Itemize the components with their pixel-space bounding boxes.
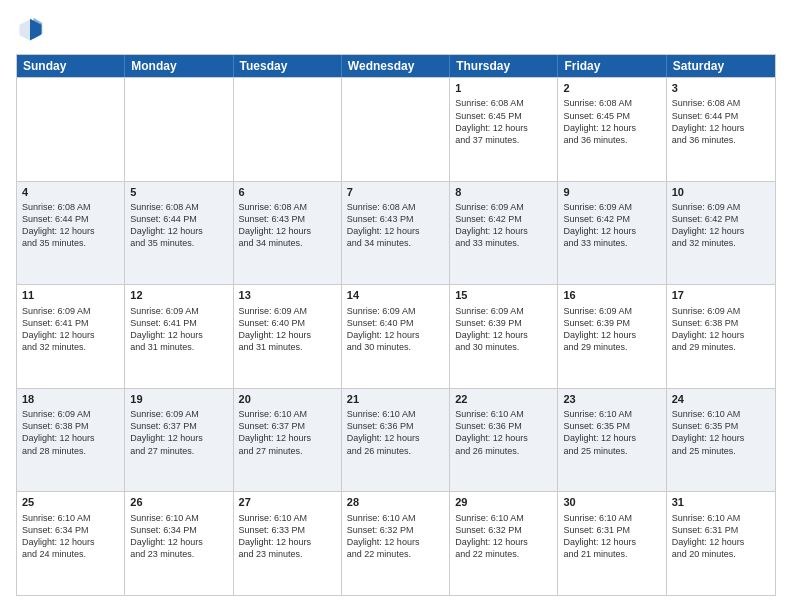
header-day-monday: Monday — [125, 55, 233, 77]
day-cell-25: 25Sunrise: 6:10 AM Sunset: 6:34 PM Dayli… — [17, 492, 125, 595]
day-number: 1 — [455, 81, 552, 96]
day-number: 12 — [130, 288, 227, 303]
header-day-thursday: Thursday — [450, 55, 558, 77]
day-info: Sunrise: 6:10 AM Sunset: 6:31 PM Dayligh… — [672, 512, 770, 561]
day-info: Sunrise: 6:09 AM Sunset: 6:42 PM Dayligh… — [563, 201, 660, 250]
day-info: Sunrise: 6:09 AM Sunset: 6:40 PM Dayligh… — [239, 305, 336, 354]
logo — [16, 16, 48, 44]
day-info: Sunrise: 6:08 AM Sunset: 6:44 PM Dayligh… — [22, 201, 119, 250]
empty-cell — [234, 78, 342, 181]
cal-row-2: 11Sunrise: 6:09 AM Sunset: 6:41 PM Dayli… — [17, 284, 775, 388]
cal-row-3: 18Sunrise: 6:09 AM Sunset: 6:38 PM Dayli… — [17, 388, 775, 492]
day-number: 23 — [563, 392, 660, 407]
header-day-sunday: Sunday — [17, 55, 125, 77]
day-cell-5: 5Sunrise: 6:08 AM Sunset: 6:44 PM Daylig… — [125, 182, 233, 285]
day-cell-22: 22Sunrise: 6:10 AM Sunset: 6:36 PM Dayli… — [450, 389, 558, 492]
day-cell-27: 27Sunrise: 6:10 AM Sunset: 6:33 PM Dayli… — [234, 492, 342, 595]
day-info: Sunrise: 6:09 AM Sunset: 6:41 PM Dayligh… — [22, 305, 119, 354]
day-info: Sunrise: 6:10 AM Sunset: 6:32 PM Dayligh… — [347, 512, 444, 561]
day-number: 9 — [563, 185, 660, 200]
day-number: 11 — [22, 288, 119, 303]
day-number: 7 — [347, 185, 444, 200]
day-cell-9: 9Sunrise: 6:09 AM Sunset: 6:42 PM Daylig… — [558, 182, 666, 285]
day-cell-20: 20Sunrise: 6:10 AM Sunset: 6:37 PM Dayli… — [234, 389, 342, 492]
day-info: Sunrise: 6:10 AM Sunset: 6:32 PM Dayligh… — [455, 512, 552, 561]
day-number: 30 — [563, 495, 660, 510]
day-number: 31 — [672, 495, 770, 510]
logo-icon — [16, 16, 44, 44]
day-cell-24: 24Sunrise: 6:10 AM Sunset: 6:35 PM Dayli… — [667, 389, 775, 492]
day-cell-16: 16Sunrise: 6:09 AM Sunset: 6:39 PM Dayli… — [558, 285, 666, 388]
day-info: Sunrise: 6:09 AM Sunset: 6:42 PM Dayligh… — [672, 201, 770, 250]
day-info: Sunrise: 6:10 AM Sunset: 6:35 PM Dayligh… — [563, 408, 660, 457]
cal-row-4: 25Sunrise: 6:10 AM Sunset: 6:34 PM Dayli… — [17, 491, 775, 595]
day-info: Sunrise: 6:08 AM Sunset: 6:44 PM Dayligh… — [130, 201, 227, 250]
day-info: Sunrise: 6:10 AM Sunset: 6:37 PM Dayligh… — [239, 408, 336, 457]
day-info: Sunrise: 6:10 AM Sunset: 6:33 PM Dayligh… — [239, 512, 336, 561]
day-cell-14: 14Sunrise: 6:09 AM Sunset: 6:40 PM Dayli… — [342, 285, 450, 388]
header-day-saturday: Saturday — [667, 55, 775, 77]
day-cell-21: 21Sunrise: 6:10 AM Sunset: 6:36 PM Dayli… — [342, 389, 450, 492]
day-cell-17: 17Sunrise: 6:09 AM Sunset: 6:38 PM Dayli… — [667, 285, 775, 388]
day-info: Sunrise: 6:08 AM Sunset: 6:43 PM Dayligh… — [347, 201, 444, 250]
day-cell-3: 3Sunrise: 6:08 AM Sunset: 6:44 PM Daylig… — [667, 78, 775, 181]
day-info: Sunrise: 6:10 AM Sunset: 6:35 PM Dayligh… — [672, 408, 770, 457]
day-number: 2 — [563, 81, 660, 96]
day-number: 16 — [563, 288, 660, 303]
empty-cell — [17, 78, 125, 181]
day-info: Sunrise: 6:09 AM Sunset: 6:39 PM Dayligh… — [563, 305, 660, 354]
cal-row-1: 4Sunrise: 6:08 AM Sunset: 6:44 PM Daylig… — [17, 181, 775, 285]
day-number: 26 — [130, 495, 227, 510]
day-cell-8: 8Sunrise: 6:09 AM Sunset: 6:42 PM Daylig… — [450, 182, 558, 285]
day-cell-6: 6Sunrise: 6:08 AM Sunset: 6:43 PM Daylig… — [234, 182, 342, 285]
header-day-friday: Friday — [558, 55, 666, 77]
day-cell-26: 26Sunrise: 6:10 AM Sunset: 6:34 PM Dayli… — [125, 492, 233, 595]
day-number: 6 — [239, 185, 336, 200]
day-number: 25 — [22, 495, 119, 510]
empty-cell — [125, 78, 233, 181]
calendar-body: 1Sunrise: 6:08 AM Sunset: 6:45 PM Daylig… — [17, 77, 775, 595]
day-info: Sunrise: 6:08 AM Sunset: 6:43 PM Dayligh… — [239, 201, 336, 250]
day-info: Sunrise: 6:10 AM Sunset: 6:36 PM Dayligh… — [347, 408, 444, 457]
day-number: 24 — [672, 392, 770, 407]
day-info: Sunrise: 6:09 AM Sunset: 6:38 PM Dayligh… — [22, 408, 119, 457]
day-info: Sunrise: 6:08 AM Sunset: 6:44 PM Dayligh… — [672, 97, 770, 146]
day-number: 19 — [130, 392, 227, 407]
day-cell-30: 30Sunrise: 6:10 AM Sunset: 6:31 PM Dayli… — [558, 492, 666, 595]
day-cell-7: 7Sunrise: 6:08 AM Sunset: 6:43 PM Daylig… — [342, 182, 450, 285]
day-number: 18 — [22, 392, 119, 407]
day-info: Sunrise: 6:09 AM Sunset: 6:38 PM Dayligh… — [672, 305, 770, 354]
day-info: Sunrise: 6:09 AM Sunset: 6:39 PM Dayligh… — [455, 305, 552, 354]
day-number: 10 — [672, 185, 770, 200]
day-info: Sunrise: 6:09 AM Sunset: 6:37 PM Dayligh… — [130, 408, 227, 457]
day-number: 21 — [347, 392, 444, 407]
day-cell-13: 13Sunrise: 6:09 AM Sunset: 6:40 PM Dayli… — [234, 285, 342, 388]
day-number: 27 — [239, 495, 336, 510]
calendar: SundayMondayTuesdayWednesdayThursdayFrid… — [16, 54, 776, 596]
day-info: Sunrise: 6:08 AM Sunset: 6:45 PM Dayligh… — [563, 97, 660, 146]
header — [16, 16, 776, 44]
day-number: 22 — [455, 392, 552, 407]
day-cell-10: 10Sunrise: 6:09 AM Sunset: 6:42 PM Dayli… — [667, 182, 775, 285]
day-number: 29 — [455, 495, 552, 510]
day-number: 28 — [347, 495, 444, 510]
calendar-header: SundayMondayTuesdayWednesdayThursdayFrid… — [17, 55, 775, 77]
day-info: Sunrise: 6:10 AM Sunset: 6:34 PM Dayligh… — [22, 512, 119, 561]
page: SundayMondayTuesdayWednesdayThursdayFrid… — [0, 0, 792, 612]
header-day-tuesday: Tuesday — [234, 55, 342, 77]
header-day-wednesday: Wednesday — [342, 55, 450, 77]
day-info: Sunrise: 6:08 AM Sunset: 6:45 PM Dayligh… — [455, 97, 552, 146]
day-number: 5 — [130, 185, 227, 200]
day-cell-2: 2Sunrise: 6:08 AM Sunset: 6:45 PM Daylig… — [558, 78, 666, 181]
day-info: Sunrise: 6:10 AM Sunset: 6:36 PM Dayligh… — [455, 408, 552, 457]
day-number: 17 — [672, 288, 770, 303]
day-cell-28: 28Sunrise: 6:10 AM Sunset: 6:32 PM Dayli… — [342, 492, 450, 595]
day-cell-15: 15Sunrise: 6:09 AM Sunset: 6:39 PM Dayli… — [450, 285, 558, 388]
day-cell-11: 11Sunrise: 6:09 AM Sunset: 6:41 PM Dayli… — [17, 285, 125, 388]
day-cell-29: 29Sunrise: 6:10 AM Sunset: 6:32 PM Dayli… — [450, 492, 558, 595]
day-number: 13 — [239, 288, 336, 303]
day-number: 3 — [672, 81, 770, 96]
day-info: Sunrise: 6:10 AM Sunset: 6:31 PM Dayligh… — [563, 512, 660, 561]
day-number: 20 — [239, 392, 336, 407]
day-cell-12: 12Sunrise: 6:09 AM Sunset: 6:41 PM Dayli… — [125, 285, 233, 388]
